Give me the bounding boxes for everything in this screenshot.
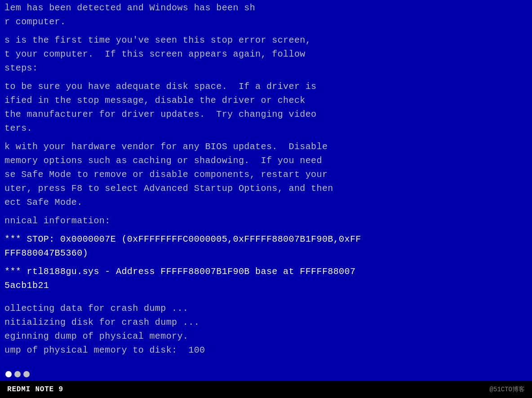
bsod-line: eginning dump of physical memory. xyxy=(4,329,528,343)
bsod-line: ified in the stop message, disable the d… xyxy=(4,93,528,107)
bsod-line: t your computer. If this screen appears … xyxy=(4,47,528,61)
bsod-line-spacer xyxy=(4,209,528,214)
bsod-line: ump of physical memory to disk: 100 xyxy=(4,343,528,357)
dot-indicator xyxy=(5,371,30,377)
bsod-line: nitializing disk for crash dump ... xyxy=(4,315,528,329)
bsod-line: *** STOP: 0x0000007E (0xFFFFFFFFC0000005… xyxy=(4,232,528,246)
bsod-line: se Safe Mode to remove or disable compon… xyxy=(4,168,528,181)
bsod-line-spacer xyxy=(4,297,528,301)
bsod-line: ters. xyxy=(4,121,528,135)
bsod-line: the manufacturer for driver updates. Try… xyxy=(4,107,528,121)
bsod-line-spacer xyxy=(4,135,528,140)
bsod-line: uter, press F8 to select Advanced Startu… xyxy=(4,181,528,195)
bsod-line: *** rtl8188gu.sys - Address FFFFF88007B1… xyxy=(4,265,528,279)
dot-1 xyxy=(5,371,12,377)
bsod-line: FFF880047B5360) xyxy=(4,246,528,260)
bsod-line-spacer xyxy=(4,292,528,297)
bsod-line-spacer xyxy=(4,29,528,33)
bsod-line: ect Safe Mode. xyxy=(4,195,528,209)
bsod-line: 5acb1b21 xyxy=(4,279,528,292)
watermark: @51CTO博客 xyxy=(490,385,525,394)
bsod-line: steps: xyxy=(4,61,528,75)
bsod-line: lem has been detected and Windows has be… xyxy=(4,1,528,15)
bsod-line: ollecting data for crash dump ... xyxy=(4,301,528,315)
bsod-line-spacer xyxy=(4,75,528,80)
bsod-content: lem has been detected and Windows has be… xyxy=(0,0,532,358)
dot-2 xyxy=(14,371,21,377)
bottom-bar: REDMI NOTE 9 @51CTO博客 xyxy=(0,381,532,398)
bsod-line: nnical information: xyxy=(4,214,528,228)
bsod-line: memory options such as caching or shadow… xyxy=(4,154,528,168)
bsod-line-spacer xyxy=(4,260,528,265)
bsod-line: r computer. xyxy=(4,15,528,29)
bsod-line: to be sure you have adequate disk space.… xyxy=(4,80,528,93)
bsod-screen: lem has been detected and Windows has be… xyxy=(0,0,532,398)
device-name: REDMI NOTE 9 xyxy=(7,385,63,394)
bsod-line: s is the first time you've seen this sto… xyxy=(4,33,528,47)
bsod-line: k with your hardware vendor for any BIOS… xyxy=(4,140,528,154)
dot-3 xyxy=(23,371,30,377)
bsod-line-spacer xyxy=(4,228,528,232)
